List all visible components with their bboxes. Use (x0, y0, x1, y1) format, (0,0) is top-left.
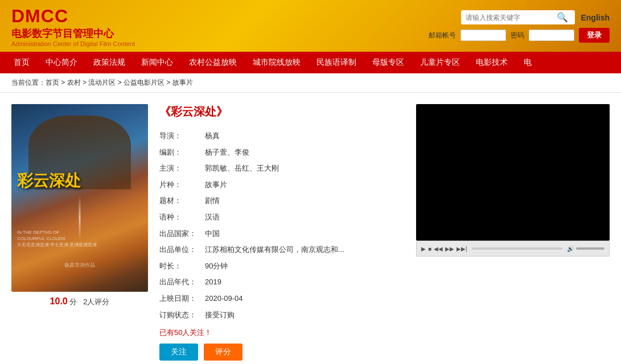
logo-subtitle: 电影数字节目管理中心 (11, 27, 135, 40)
prev-button[interactable]: ◀◀ (434, 246, 443, 252)
breadcrumb-text: 当前位置：首页 > 农村 > 流动片区 > 公益电影片区 > 故事片 (11, 78, 193, 86)
volume-icon: 🔊 (567, 246, 574, 252)
info-section: 《彩云深处》 导演： 杨真 编剧： 杨子萱、李俊 主演： 郭凯敏、岳红、王大刚 … (159, 104, 405, 361)
theme-value: 剧情 (205, 193, 405, 209)
nav-about[interactable]: 中心简介 (38, 52, 85, 73)
video-controls: ▶ ■ ◀◀ ▶▶ ▶▶| 🔊 (416, 241, 610, 257)
duration-label: 时长： (159, 258, 205, 275)
video-player[interactable] (416, 104, 610, 241)
purchase-label: 订购状态： (159, 307, 205, 324)
country-label: 出品国家： (159, 226, 205, 242)
info-year: 出品年代： 2019 (159, 274, 405, 291)
header: DMCC 电影数字节目管理中心 Administration Center of… (0, 0, 621, 52)
release-value: 2020-09-04 (205, 291, 405, 307)
logo: DMCC 电影数字节目管理中心 Administration Center of… (11, 6, 135, 47)
rating-count: 2人评分 (83, 297, 109, 306)
screenwriter-label: 编剧： (159, 144, 205, 161)
release-label: 上映日期： (159, 291, 205, 307)
login-button[interactable]: 登录 (579, 28, 610, 43)
volume-bar[interactable] (576, 247, 604, 250)
info-studio: 出品单位： 江苏相柏文化传媒有限公司，南京观志和... (159, 242, 405, 258)
nav-news[interactable]: 新闻中心 (133, 52, 181, 73)
studio-label: 出品单位： (159, 242, 205, 258)
logo-dmcc: DMCC (11, 6, 135, 27)
studio-value: 江苏相柏文化传媒有限公司，南京观志和... (205, 242, 405, 258)
nav-city[interactable]: 城市院线放映 (245, 52, 309, 73)
info-purchase: 订购状态： 接受订购 (159, 307, 405, 324)
info-country: 出品国家： 中国 (159, 226, 405, 242)
nav-rural[interactable]: 农村公益放映 (181, 52, 245, 73)
theme-label: 题材： (159, 193, 205, 209)
search-box: 🔍 (461, 10, 575, 24)
nav-tech[interactable]: 电影技术 (468, 52, 516, 73)
director-value: 杨真 (205, 128, 405, 144)
progress-bar[interactable] (472, 247, 562, 250)
nav-ethnic[interactable]: 民族语译制 (309, 52, 364, 73)
info-language: 语种： 汉语 (159, 209, 405, 226)
movie-title: 《彩云深处》 (159, 104, 405, 119)
email-input[interactable] (460, 30, 506, 41)
follow-count: 已有50人关注！ (159, 328, 405, 338)
rating-label: 分 (69, 297, 77, 306)
header-right: 🔍 English 邮箱帐号 密码 登录 (429, 10, 610, 43)
search-icon[interactable]: 🔍 (557, 12, 568, 23)
info-release: 上映日期： 2020-09-04 (159, 291, 405, 307)
follow-button[interactable]: 关注 (159, 344, 198, 361)
search-row: 🔍 English (461, 10, 610, 24)
stop-button[interactable]: ■ (428, 246, 431, 252)
nav-home[interactable]: 首页 (6, 52, 38, 73)
poster-section: 彩云深处 IN THE DEPTHS OFCOLOURFUL CLOUDS大毛毛… (11, 104, 148, 361)
poster-en-text: IN THE DEPTHS OFCOLOURFUL CLOUDS大毛毛亚洲亚洲 … (17, 229, 142, 249)
info-director: 导演： 杨真 (159, 128, 405, 144)
main-content: 彩云深处 IN THE DEPTHS OFCOLOURFUL CLOUDS大毛毛… (0, 93, 621, 364)
fast-forward-button[interactable]: ▶▶| (457, 246, 467, 252)
info-theme: 题材： 剧情 (159, 193, 405, 209)
rate-button[interactable]: 评分 (204, 344, 242, 361)
year-value: 2019 (205, 274, 405, 291)
info-genre: 片种： 故事片 (159, 177, 405, 193)
director-label: 导演： (159, 128, 205, 144)
rating-score: 10.0 (50, 296, 68, 306)
logo-en-subtitle: Administration Center of Digital Film Co… (11, 40, 135, 47)
email-label: 邮箱帐号 (429, 31, 456, 40)
info-cast: 主演： 郭凯敏、岳红、王大刚 (159, 160, 405, 177)
language-label: 语种： (159, 209, 205, 226)
play-button[interactable]: ▶ (421, 246, 426, 252)
year-label: 出品年代： (159, 274, 205, 291)
language-value: 汉语 (205, 209, 405, 226)
poster-title: 彩云深处 (17, 172, 81, 190)
breadcrumb: 当前位置：首页 > 农村 > 流动片区 > 公益电影片区 > 故事片 (0, 73, 621, 93)
nav-master[interactable]: 母版专区 (364, 52, 412, 73)
country-value: 中国 (205, 226, 405, 242)
duration-value: 90分钟 (205, 258, 405, 275)
info-table: 导演： 杨真 编剧： 杨子萱、李俊 主演： 郭凯敏、岳红、王大刚 片种： 故事片… (159, 128, 405, 323)
nav-more[interactable]: 电 (516, 52, 540, 73)
genre-value: 故事片 (205, 177, 405, 193)
search-input[interactable] (466, 14, 557, 22)
genre-label: 片种： (159, 177, 205, 193)
movie-poster: 彩云深处 IN THE DEPTHS OFCOLOURFUL CLOUDS大毛毛… (11, 104, 148, 292)
cast-label: 主演： (159, 160, 205, 177)
poster-director: 杨真导演作品 (17, 262, 142, 269)
video-section: ▶ ■ ◀◀ ▶▶ ▶▶| 🔊 (416, 104, 610, 361)
info-duration: 时长： 90分钟 (159, 258, 405, 275)
rating-row: 10.0 分 2人评分 (11, 296, 148, 307)
english-link[interactable]: English (581, 13, 610, 22)
password-label: 密码 (511, 31, 524, 40)
screenwriter-value: 杨子萱、李俊 (205, 144, 405, 161)
password-input[interactable] (529, 30, 574, 41)
purchase-value: 接受订购 (205, 307, 405, 324)
login-row: 邮箱帐号 密码 登录 (429, 28, 610, 43)
action-buttons: 关注 评分 (159, 344, 405, 361)
next-button[interactable]: ▶▶ (445, 246, 454, 252)
nav-children[interactable]: 儿童片专区 (412, 52, 468, 73)
main-nav: 首页 中心简介 政策法规 新闻中心 农村公益放映 城市院线放映 民族语译制 母版… (0, 52, 621, 73)
cast-value: 郭凯敏、岳红、王大刚 (205, 160, 405, 177)
info-screenwriter: 编剧： 杨子萱、李俊 (159, 144, 405, 161)
nav-policy[interactable]: 政策法规 (85, 52, 133, 73)
